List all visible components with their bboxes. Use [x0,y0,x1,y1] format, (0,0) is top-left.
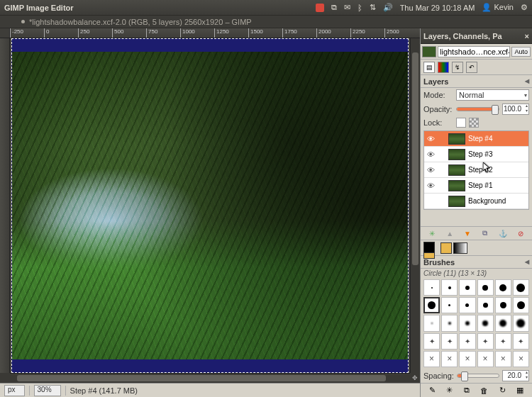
brush-preset[interactable]: × [477,351,494,367]
channels-tab-icon[interactable] [438,62,449,73]
brush-preset[interactable]: × [459,351,475,367]
status-indicator-icon[interactable] [316,4,324,12]
lock-pixels-checkbox[interactable] [456,118,466,128]
brush-preset[interactable]: ✦ [477,333,494,350]
bluetooth-icon[interactable]: ᛒ [358,4,362,12]
duplicate-brush-button[interactable]: ⧉ [464,386,470,395]
layer-name[interactable]: Step #4 [468,135,528,142]
open-as-image-button[interactable]: ▦ [516,386,523,395]
brush-preset[interactable] [459,315,475,331]
brush-preset[interactable] [513,297,529,313]
brush-preset[interactable] [423,315,440,331]
mail-icon[interactable]: ✉ [344,3,350,12]
delete-brush-button[interactable]: 🗑 [480,386,488,395]
scrollbar-horizontal[interactable] [10,373,410,383]
visibility-toggle-icon[interactable]: 👁 [424,181,437,190]
ruler-origin[interactable] [0,28,10,38]
canvas[interactable] [10,38,410,373]
brush-preset[interactable] [459,279,475,296]
delete-layer-button[interactable]: ⊘ [515,228,526,239]
lower-layer-button[interactable]: ▼ [462,228,473,239]
panel-menu-icon[interactable]: ◀ [525,78,529,84]
new-layer-button[interactable]: ✳ [426,228,438,239]
brush-preset[interactable]: ✦ [495,333,511,350]
brush-preset[interactable]: × [441,351,458,367]
brush-preset[interactable]: × [423,351,440,367]
brush-preset[interactable] [495,279,511,296]
brush-preset[interactable] [477,315,494,331]
ruler-tick: 1500 [248,28,263,38]
ruler-tick: 1000 [180,28,195,38]
layer-row[interactable]: 👁Step #3 [424,147,528,162]
brush-preset[interactable]: × [513,351,529,367]
paths-tab-icon[interactable]: ↯ [452,62,463,73]
layers-tab-icon[interactable]: ▤ [423,62,435,73]
blend-mode-row: Mode: Normal [421,88,532,102]
brush-preset[interactable]: × [495,351,511,367]
layer-row[interactable]: 👁Step #4 [424,131,528,147]
brush-preset[interactable] [459,297,475,313]
brush-preset[interactable] [441,279,458,296]
brush-preset[interactable] [441,315,458,331]
brush-preset[interactable] [495,315,511,331]
layer-thumbnail [448,133,465,145]
ruler-vertical[interactable] [0,38,10,373]
dropbox-icon[interactable]: ⧉ [331,3,337,12]
layer-row[interactable]: 👁Step #1 [424,178,528,194]
gear-icon[interactable]: ⚙ [521,3,528,12]
brush-preset[interactable] [423,279,440,296]
anchor-layer-button[interactable]: ⚓ [497,228,509,239]
duplicate-layer-button[interactable]: ⧉ [480,228,491,239]
brush-name-label: Circle (11) (13 × 13) [421,269,532,278]
volume-icon[interactable]: 🔊 [383,3,393,12]
visibility-toggle-icon[interactable]: 👁 [424,150,437,159]
blend-mode-selector[interactable]: Normal [456,89,529,101]
opacity-slider[interactable] [456,107,499,111]
auto-button[interactable]: Auto [511,47,531,57]
brush-preset[interactable] [477,279,494,296]
gradient-swatch[interactable] [453,242,467,254]
panel-menu-icon[interactable]: ◀ [525,259,529,265]
edit-brush-button[interactable]: ✎ [429,386,436,395]
clock[interactable]: Thu Mar 29 10:18 AM [400,4,475,12]
visibility-toggle-icon[interactable]: 👁 [424,166,437,174]
layer-name[interactable]: Step #3 [468,150,528,158]
scrollbar-vertical[interactable] [410,38,420,373]
new-brush-button[interactable]: ✳ [446,386,453,395]
layer-name[interactable]: Step #1 [468,181,528,189]
brush-preset[interactable] [495,297,511,313]
brush-preset[interactable]: ✦ [423,333,440,350]
spacing-slider[interactable] [457,374,499,378]
brush-preset[interactable] [513,315,529,331]
brush-preset[interactable] [441,297,458,313]
layer-name[interactable]: Background [468,197,528,205]
brush-preset[interactable]: ✦ [441,333,458,350]
pattern-swatch[interactable] [440,242,452,254]
layer-name[interactable]: Step #2 [468,166,528,174]
ruler-tick: 2250 [350,28,365,38]
brush-preset[interactable]: ✦ [459,333,475,350]
refresh-brushes-button[interactable]: ↻ [499,386,506,395]
image-selector[interactable]: lightshado…nce.xcf-2 [438,46,510,57]
ruler-tick: 500 [112,28,123,38]
user-menu[interactable]: 👤 Kevin [482,3,514,12]
layer-row[interactable]: Background [424,194,528,209]
close-icon[interactable]: × [525,32,529,40]
brush-preset[interactable] [513,279,529,296]
network-icon[interactable]: ⇅ [370,3,376,12]
brush-preset[interactable] [477,297,494,313]
spacing-input[interactable]: 20.0 [502,370,529,381]
brush-preset[interactable]: ✦ [513,333,529,350]
opacity-input[interactable]: 100.0 [502,104,529,115]
unit-selector[interactable]: px [4,385,25,396]
zoom-selector[interactable]: 30% [34,385,61,396]
lock-alpha-checkbox[interactable] [469,118,479,128]
fg-color-swatch[interactable] [423,242,435,253]
raise-layer-button[interactable]: ▲ [444,228,455,239]
brush-preset[interactable] [423,297,440,313]
ruler-horizontal[interactable]: -250025050075010001250150017502000225025… [10,28,420,38]
navigation-icon[interactable]: ✥ [410,373,420,383]
undo-tab-icon[interactable]: ↶ [466,62,477,73]
visibility-toggle-icon[interactable]: 👁 [424,135,437,143]
layer-row[interactable]: 👁Step #2 [424,162,528,178]
